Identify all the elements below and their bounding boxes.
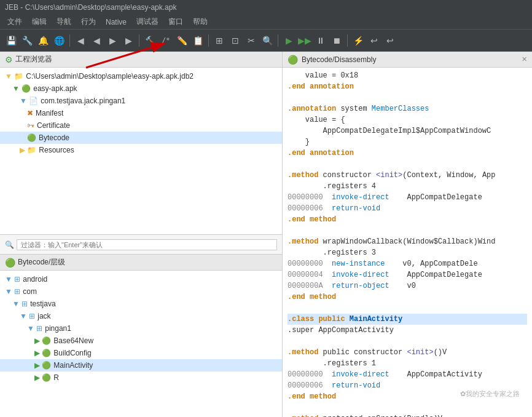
toolbar-build[interactable]: 🔨 <box>143 33 157 48</box>
menu-help[interactable]: 帮助 <box>188 15 213 28</box>
tree-bytecode[interactable]: 🟢 Bytecode <box>0 132 282 144</box>
resources-icon: ▶ 📁 <box>20 146 36 154</box>
menu-nav[interactable]: 导航 <box>52 15 76 28</box>
menu-native[interactable]: Native <box>101 17 131 28</box>
toolbar-pause[interactable]: ⏸ <box>313 33 328 48</box>
pkg-jack-icon: ▼ ⊞ <box>20 312 35 320</box>
hier-jack-label: jack <box>37 312 50 320</box>
tree-manifest[interactable]: ✖ Manifest <box>0 107 282 119</box>
toolbar-right2[interactable]: ▶ <box>121 33 136 48</box>
filter-input[interactable] <box>17 239 277 250</box>
toolbar-sep3 <box>208 34 209 47</box>
hier-r[interactable]: ▶ 🟢 R <box>0 371 282 384</box>
hier-base64new[interactable]: ▶ 🟢 Base64New <box>0 335 282 347</box>
hier-buildconfig[interactable]: ▶ 🟢 BuildConfig <box>0 347 282 359</box>
toolbar-grid2[interactable]: ⊡ <box>228 33 243 48</box>
toolbar-back[interactable]: ◀ <box>73 33 88 48</box>
toolbar-sep4 <box>278 34 278 47</box>
code-line: value = 0x18 <box>288 70 527 81</box>
tree-resources[interactable]: ▶ 📁 Resources <box>0 144 282 156</box>
toolbar-edit[interactable]: ✏️ <box>174 33 189 48</box>
code-line: .registers 4 <box>288 181 527 192</box>
toolbar-run2[interactable]: ▶▶ <box>297 33 312 48</box>
tree-resources-label: Resources <box>39 146 74 154</box>
code-line: AppCompatDelegateImpl$AppCompatWindowC <box>288 125 527 137</box>
tree-root[interactable]: ▼ 📁 C:\Users\admin\Desktop\sample\easy-a… <box>0 70 282 82</box>
code-line: .end method <box>288 214 527 225</box>
code-line: 00000000 new-instance v0, AppCompatDele <box>288 258 527 269</box>
bytecode-hierarchy-header: 🟢 Bytecode/层级 <box>0 255 282 271</box>
hier-testjava[interactable]: ▼ ⊞ testjava <box>0 298 282 310</box>
class-r-icon: ▶ 🟢 <box>34 373 51 382</box>
toolbar-search[interactable]: 🔍 <box>260 33 275 48</box>
menu-action[interactable]: 行为 <box>76 15 101 28</box>
code-icon: 🟢 <box>288 55 298 65</box>
code-line: 00000000 invoke-direct AppCompatDelegate <box>288 192 527 203</box>
hier-android[interactable]: ▼ ⊞ android <box>0 273 282 285</box>
toolbar-stop[interactable]: ⏹ <box>329 33 344 48</box>
bytecode-hierarchy: 🟢 Bytecode/层级 ▼ ⊞ android ▼ ⊞ com ▼ ⊞ te… <box>0 255 282 417</box>
pkg-android-icon: ▼ ⊞ <box>5 275 20 284</box>
hier-mainactivity-label: MainActivity <box>53 361 93 370</box>
tree-pkg[interactable]: ▼ 📄 com.testjava.jack.pingan1 <box>0 95 282 107</box>
tree-cert[interactable]: 🗝 Certificate <box>0 119 282 132</box>
code-line: } <box>288 137 527 148</box>
code-area[interactable]: value = 0x18.end annotation .annotation … <box>283 68 532 417</box>
menu-debugger[interactable]: 调试器 <box>131 15 163 28</box>
code-line: .end annotation <box>288 81 527 92</box>
code-line <box>288 225 527 236</box>
tree-root-label: C:\Users\admin\Desktop\sample\easy-apk.a… <box>26 72 194 81</box>
code-panel-title: Bytecode/Disassembly <box>302 55 376 64</box>
menu-file[interactable]: 文件 <box>2 15 27 28</box>
project-browser-header: ⚙ 工程浏览器 <box>0 52 282 68</box>
title-text: JEB - C:\Users\admin\Desktop\sample\easy… <box>5 3 176 12</box>
tree-apk[interactable]: ▼ 🟢 easy-apk.apk <box>0 82 282 95</box>
project-browser: ⚙ 工程浏览器 ▼ 📁 C:\Users\admin\Desktop\sampl… <box>0 52 282 255</box>
code-line: .method constructor <init>(Context, Wind… <box>288 170 527 181</box>
code-panel-close[interactable]: ✕ <box>522 55 527 63</box>
code-line: .registers 3 <box>288 247 527 258</box>
toolbar-undo1[interactable]: ↩ <box>367 33 381 48</box>
hier-mainactivity[interactable]: ▶ 🟢 MainActivity <box>0 359 282 371</box>
toolbar-web[interactable]: 🌐 <box>52 33 66 48</box>
toolbar-grid[interactable]: ⊞ <box>212 33 227 48</box>
toolbar-save[interactable]: 💾 <box>4 33 18 48</box>
toolbar-undo2[interactable]: ↩ <box>383 33 397 48</box>
toolbar-right[interactable]: ▶ <box>105 33 120 48</box>
tree-manifest-label: Manifest <box>36 109 63 117</box>
toolbar-run[interactable]: ▶ <box>281 33 296 48</box>
toolbar-comment[interactable]: /* <box>158 33 173 48</box>
code-line: .annotation system MemberClasses <box>288 103 527 114</box>
code-line: .registers 1 <box>288 358 527 369</box>
bytecode-hierarchy-title: Bytecode/层级 <box>18 257 65 268</box>
hier-jack[interactable]: ▼ ⊞ jack <box>0 310 282 322</box>
class-mainactivity-icon: ▶ 🟢 <box>34 361 51 370</box>
toolbar-clip[interactable]: 📋 <box>190 33 205 48</box>
toolbar-forward[interactable]: ◀ <box>89 33 104 48</box>
code-line: value = { <box>288 114 527 125</box>
left-panel: ⚙ 工程浏览器 ▼ 📁 C:\Users\admin\Desktop\sampl… <box>0 52 283 417</box>
code-line <box>288 402 527 413</box>
project-tree[interactable]: ▼ 📁 C:\Users\admin\Desktop\sample\easy-a… <box>0 68 282 234</box>
hier-testjava-label: testjava <box>30 300 55 308</box>
project-browser-title: 工程浏览器 <box>15 54 52 65</box>
code-panel-header: 🟢 Bytecode/Disassembly ✕ <box>283 52 532 68</box>
menu-edit[interactable]: 编辑 <box>27 15 52 28</box>
code-line <box>288 92 527 103</box>
code-line: 00000004 invoke-direct AppCompatDelegate <box>288 269 527 280</box>
toolbar-cut[interactable]: ✂ <box>244 33 259 48</box>
main-area: ⚙ 工程浏览器 ▼ 📁 C:\Users\admin\Desktop\sampl… <box>0 52 532 417</box>
hier-pingan1[interactable]: ▼ ⊞ pingan1 <box>0 322 282 335</box>
code-line <box>288 336 527 347</box>
toolbar-flash[interactable]: ⚡ <box>351 33 366 48</box>
toolbar-sep2 <box>139 34 139 47</box>
filter-bar: 🔍 <box>0 234 282 254</box>
toolbar-alert[interactable]: 🔔 <box>36 33 50 48</box>
hierarchy-tree[interactable]: ▼ ⊞ android ▼ ⊞ com ▼ ⊞ testjava ▼ ⊞ jac… <box>0 271 282 417</box>
hier-com[interactable]: ▼ ⊞ com <box>0 285 282 298</box>
menu-window[interactable]: 窗口 <box>163 15 188 28</box>
folder-icon: ▼ 📁 <box>5 72 23 81</box>
toolbar-settings[interactable]: 🔧 <box>20 33 34 48</box>
code-line: .class public MainActivity <box>288 314 527 325</box>
watermark: ✿我的安全专家之路 <box>460 389 520 399</box>
